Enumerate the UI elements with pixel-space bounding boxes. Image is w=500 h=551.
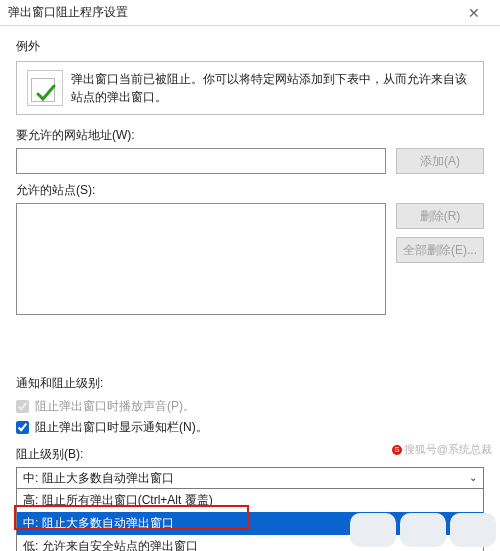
exceptions-heading: 例外 [16,38,484,55]
bar-checkbox[interactable] [16,421,29,434]
bar-checkbox-row[interactable]: 阻止弹出窗口时显示通知栏(N)。 [16,419,484,436]
sohu-logo-icon: S [392,445,402,455]
chevron-down-icon: ⌄ [469,472,477,483]
address-input[interactable] [16,148,386,174]
info-text: 弹出窗口当前已被阻止。你可以将特定网站添加到下表中，从而允许来自该站点的弹出窗口… [71,70,473,106]
level-select[interactable]: 中: 阻止大多数自动弹出窗口 ⌄ [16,467,484,489]
level-selected-value: 中: 阻止大多数自动弹出窗口 [23,470,174,487]
info-box: 弹出窗口当前已被阻止。你可以将特定网站添加到下表中，从而允许来自该站点的弹出窗口… [16,61,484,115]
allowed-label: 允许的站点(S): [16,182,484,199]
remove-all-button[interactable]: 全部删除(E)... [396,237,484,263]
decorative-blobs [350,507,500,551]
add-button[interactable]: 添加(A) [396,148,484,174]
sound-checkbox-label: 阻止弹出窗口时播放声音(P)。 [35,398,195,415]
bar-checkbox-label: 阻止弹出窗口时显示通知栏(N)。 [35,419,208,436]
watermark: S 搜狐号@系统总裁 [390,442,494,457]
allowed-list[interactable] [16,203,386,315]
sound-checkbox[interactable] [16,400,29,413]
notify-heading: 通知和阻止级别: [16,375,484,392]
title-bar: 弹出窗口阻止程序设置 ✕ [0,0,500,26]
close-icon: ✕ [468,5,480,21]
address-label: 要允许的网站地址(W): [16,127,484,144]
close-button[interactable]: ✕ [454,0,494,26]
blocked-popup-icon [27,70,63,106]
sound-checkbox-row[interactable]: 阻止弹出窗口时播放声音(P)。 [16,398,484,415]
remove-button[interactable]: 删除(R) [396,203,484,229]
window-title: 弹出窗口阻止程序设置 [8,4,128,21]
